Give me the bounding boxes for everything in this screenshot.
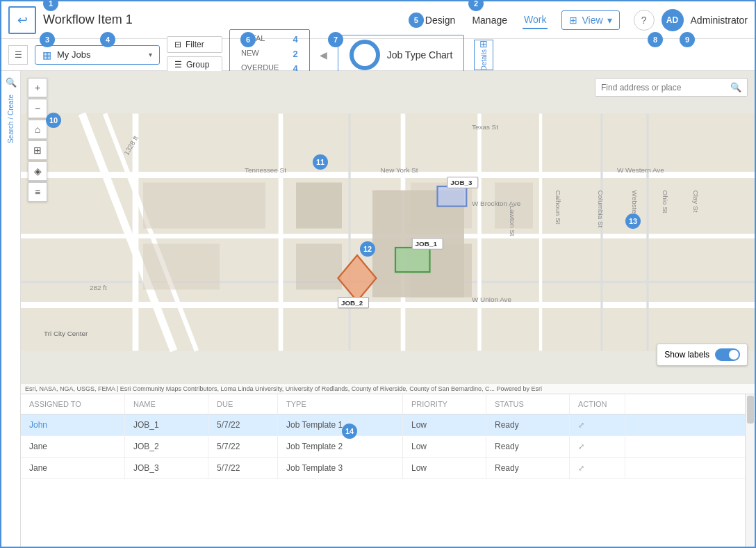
sidebar-toggle-button[interactable]: ☰ xyxy=(8,45,28,65)
nav-work[interactable]: Work xyxy=(523,11,548,29)
view-chevron-icon: ▾ xyxy=(607,15,612,26)
badge-12: 12 xyxy=(360,241,375,257)
show-labels-text: Show labels xyxy=(664,350,709,360)
table-row[interactable]: John JOB_1 5/7/22 Job Template 1 Low Rea… xyxy=(21,414,745,436)
filter-button[interactable]: ⊟ Filter xyxy=(167,36,222,53)
jobs-dropdown-icon: ▦ xyxy=(42,49,51,61)
home-button[interactable]: ⌂ xyxy=(28,120,47,139)
col-action: ACTION xyxy=(570,394,625,414)
cell-action[interactable]: ⤢ xyxy=(570,436,625,457)
nav-manage[interactable]: Manage xyxy=(470,12,509,29)
cell-action[interactable]: ⤢ xyxy=(570,458,625,478)
sidebar-search-icon[interactable]: 🔍 xyxy=(3,74,19,90)
view-button[interactable]: ⊞ View ▾ xyxy=(561,10,619,30)
zoom-in-button[interactable]: + xyxy=(28,78,47,97)
app-logo[interactable]: ↩ xyxy=(8,6,36,34)
filter-group-buttons: ⊟ Filter ☰ Group xyxy=(167,36,222,73)
expand-icon[interactable]: ⤢ xyxy=(578,464,584,473)
map-search-input[interactable] xyxy=(601,83,726,92)
cell-type: Job Template 3 xyxy=(278,458,403,478)
details-icon: ⊞ xyxy=(479,38,488,49)
filter-label: Filter xyxy=(186,40,204,49)
layers-button[interactable]: ◈ xyxy=(28,161,47,181)
svg-text:Clay St: Clay St xyxy=(692,190,700,212)
help-button[interactable]: ? xyxy=(634,10,655,31)
new-stat: NEW 2 xyxy=(241,47,298,62)
svg-rect-17 xyxy=(296,183,342,229)
map-search-box[interactable]: 🔍 xyxy=(595,78,748,97)
scrollbar-thumb[interactable] xyxy=(747,396,754,424)
badge-8: 8 xyxy=(648,32,663,47)
cell-due: 5/7/22 xyxy=(208,436,278,457)
badge-13: 13 xyxy=(625,213,641,229)
svg-rect-44 xyxy=(438,186,467,207)
show-labels-toggle[interactable]: Show labels xyxy=(657,344,748,366)
table-row[interactable]: Jane JOB_2 5/7/22 Job Template 2 Low Rea… xyxy=(21,436,745,458)
zoom-out-button[interactable]: − xyxy=(28,99,47,118)
jobs-dropdown[interactable]: ▦ My Jobs ▾ xyxy=(35,45,160,65)
col-due: DUE xyxy=(208,394,278,414)
nav-design[interactable]: Design xyxy=(424,12,457,29)
map-search-icon[interactable]: 🔍 xyxy=(730,82,741,92)
toolbar: 3 4 6 7 8 9 ☰ ▦ My Jobs ▾ ⊟ Filter ☰ Gro… xyxy=(1,39,755,71)
view-label: View xyxy=(582,15,602,26)
user-avatar[interactable]: AD xyxy=(662,9,684,31)
header: 1 2 ↩ Workflow Item 1 5 Design Manage Wo… xyxy=(1,1,755,39)
new-label: NEW xyxy=(241,47,259,62)
badge-4: 4 xyxy=(100,32,115,47)
expand-icon[interactable]: ⤢ xyxy=(578,442,584,451)
cell-priority: Low xyxy=(403,414,486,435)
map-area[interactable]: 11 12 13 xyxy=(21,71,755,394)
svg-text:JOB_2: JOB_2 xyxy=(341,299,363,307)
table-row[interactable]: Jane JOB_3 5/7/22 Job Template 3 Low Rea… xyxy=(21,458,745,479)
toggle-switch[interactable] xyxy=(715,348,740,361)
svg-text:W Union Ave: W Union Ave xyxy=(472,296,511,303)
svg-text:Calhoun St: Calhoun St xyxy=(554,191,562,225)
badge-5: 5 xyxy=(409,13,424,28)
svg-text:282 ft: 282 ft xyxy=(90,284,107,291)
group-icon: ☰ xyxy=(174,60,182,70)
sidebar-search-create-label[interactable]: Search / Create xyxy=(7,92,15,146)
badge-2: 2 xyxy=(468,0,484,11)
cell-priority: Low xyxy=(403,458,486,478)
badge-14: 14 xyxy=(342,424,357,439)
svg-text:JOB_1: JOB_1 xyxy=(416,240,438,248)
toggle-knob xyxy=(729,350,739,360)
svg-text:W Western Ave: W Western Ave xyxy=(617,166,664,174)
job-type-chart-box: Job Type Chart xyxy=(338,35,465,75)
group-label: Group xyxy=(186,60,209,70)
cell-name: JOB_1 xyxy=(125,414,208,435)
cell-status: Ready xyxy=(486,458,570,478)
col-priority: PRIORITY xyxy=(403,394,486,414)
cell-due: 5/7/22 xyxy=(208,414,278,435)
view-icon: ⊞ xyxy=(569,15,577,26)
cell-priority: Low xyxy=(403,436,486,457)
cell-name: JOB_3 xyxy=(125,458,208,478)
details-button[interactable]: ⊞ Details xyxy=(474,40,493,70)
svg-text:Texas St: Texas St xyxy=(472,123,498,131)
cell-action[interactable]: ⤢ xyxy=(570,414,625,435)
user-name[interactable]: Administrator xyxy=(691,15,748,26)
grid-button[interactable]: ⊞ xyxy=(28,140,47,160)
col-status: STATUS xyxy=(486,394,570,414)
map-controls: + − ⌂ ⊞ ◈ ≡ xyxy=(28,78,47,202)
col-type: TYPE xyxy=(278,394,403,414)
jobs-dropdown-arrow-icon: ▾ xyxy=(149,51,152,58)
expand-icon[interactable]: ⤢ xyxy=(578,421,584,430)
svg-text:Tennessee St: Tennessee St xyxy=(245,166,286,174)
table-area: 14 ASSIGNED TO NAME DUE TYPE PRIORITY ST… xyxy=(21,394,755,547)
badge-11: 11 xyxy=(313,154,328,170)
table-body: John JOB_1 5/7/22 Job Template 1 Low Rea… xyxy=(21,414,745,547)
svg-text:Ohio St: Ohio St xyxy=(662,191,669,213)
svg-text:Tri City Center: Tri City Center xyxy=(44,330,88,337)
collapse-chart-button[interactable]: ◀ xyxy=(317,41,331,69)
cell-type: Job Template 2 xyxy=(278,436,403,457)
svg-text:New York St: New York St xyxy=(381,166,418,174)
user-initials: AD xyxy=(666,15,678,25)
table-scrollbar[interactable] xyxy=(745,394,755,547)
legend-button[interactable]: ≡ xyxy=(28,182,47,202)
col-assigned-to: ASSIGNED TO xyxy=(21,394,125,414)
badge-7: 7 xyxy=(328,32,343,47)
svg-text:Columbia St: Columbia St xyxy=(597,191,605,228)
badge-10: 10 xyxy=(46,113,61,128)
